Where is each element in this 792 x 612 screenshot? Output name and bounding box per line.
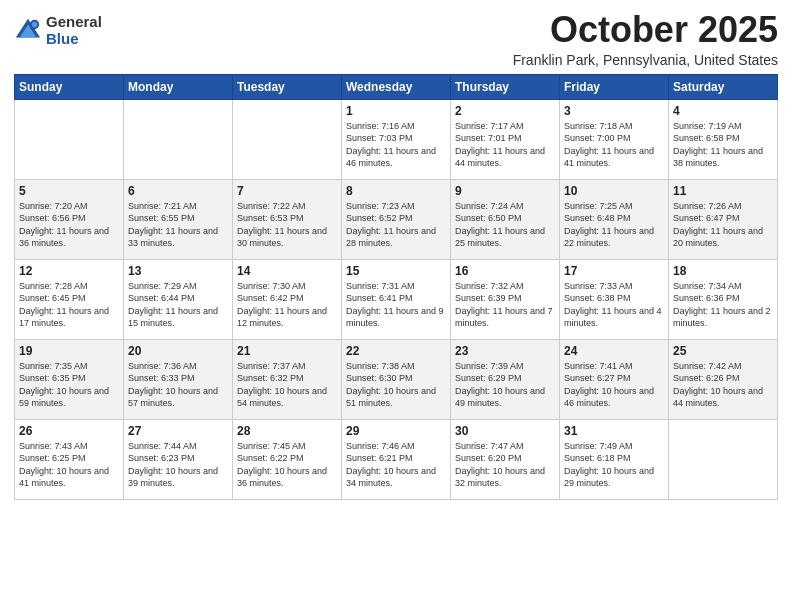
logo: General Blue [14,14,102,47]
cell-info: Sunrise: 7:47 AM Sunset: 6:20 PM Dayligh… [455,440,555,490]
day-number: 4 [673,104,773,118]
day-number: 31 [564,424,664,438]
cell-info: Sunrise: 7:36 AM Sunset: 6:33 PM Dayligh… [128,360,228,410]
day-number: 21 [237,344,337,358]
day-number: 1 [346,104,446,118]
day-number: 13 [128,264,228,278]
calendar-cell: 3Sunrise: 7:18 AM Sunset: 7:00 PM Daylig… [560,99,669,179]
cell-info: Sunrise: 7:19 AM Sunset: 6:58 PM Dayligh… [673,120,773,170]
day-number: 2 [455,104,555,118]
day-number: 20 [128,344,228,358]
cell-info: Sunrise: 7:46 AM Sunset: 6:21 PM Dayligh… [346,440,446,490]
logo-text: General Blue [46,14,102,47]
calendar-cell [233,99,342,179]
logo-icon [14,17,42,45]
day-number: 24 [564,344,664,358]
cell-info: Sunrise: 7:32 AM Sunset: 6:39 PM Dayligh… [455,280,555,330]
col-monday: Monday [124,74,233,99]
day-number: 11 [673,184,773,198]
cell-info: Sunrise: 7:20 AM Sunset: 6:56 PM Dayligh… [19,200,119,250]
day-number: 26 [19,424,119,438]
month-title: October 2025 [513,10,778,50]
calendar-cell: 29Sunrise: 7:46 AM Sunset: 6:21 PM Dayli… [342,419,451,499]
logo-general-text: General [46,14,102,31]
cell-info: Sunrise: 7:37 AM Sunset: 6:32 PM Dayligh… [237,360,337,410]
cell-info: Sunrise: 7:29 AM Sunset: 6:44 PM Dayligh… [128,280,228,330]
cell-info: Sunrise: 7:21 AM Sunset: 6:55 PM Dayligh… [128,200,228,250]
calendar-cell: 8Sunrise: 7:23 AM Sunset: 6:52 PM Daylig… [342,179,451,259]
day-number: 23 [455,344,555,358]
cell-info: Sunrise: 7:42 AM Sunset: 6:26 PM Dayligh… [673,360,773,410]
calendar-cell [124,99,233,179]
calendar-cell: 19Sunrise: 7:35 AM Sunset: 6:35 PM Dayli… [15,339,124,419]
cell-info: Sunrise: 7:31 AM Sunset: 6:41 PM Dayligh… [346,280,446,330]
calendar-cell: 23Sunrise: 7:39 AM Sunset: 6:29 PM Dayli… [451,339,560,419]
calendar-cell: 17Sunrise: 7:33 AM Sunset: 6:38 PM Dayli… [560,259,669,339]
calendar-cell: 25Sunrise: 7:42 AM Sunset: 6:26 PM Dayli… [669,339,778,419]
header-row: Sunday Monday Tuesday Wednesday Thursday… [15,74,778,99]
calendar-cell: 30Sunrise: 7:47 AM Sunset: 6:20 PM Dayli… [451,419,560,499]
day-number: 10 [564,184,664,198]
cell-info: Sunrise: 7:30 AM Sunset: 6:42 PM Dayligh… [237,280,337,330]
week-row-4: 19Sunrise: 7:35 AM Sunset: 6:35 PM Dayli… [15,339,778,419]
cell-info: Sunrise: 7:33 AM Sunset: 6:38 PM Dayligh… [564,280,664,330]
week-row-1: 1Sunrise: 7:16 AM Sunset: 7:03 PM Daylig… [15,99,778,179]
col-wednesday: Wednesday [342,74,451,99]
cell-info: Sunrise: 7:49 AM Sunset: 6:18 PM Dayligh… [564,440,664,490]
calendar-cell: 14Sunrise: 7:30 AM Sunset: 6:42 PM Dayli… [233,259,342,339]
calendar-cell: 5Sunrise: 7:20 AM Sunset: 6:56 PM Daylig… [15,179,124,259]
calendar-cell: 10Sunrise: 7:25 AM Sunset: 6:48 PM Dayli… [560,179,669,259]
cell-info: Sunrise: 7:35 AM Sunset: 6:35 PM Dayligh… [19,360,119,410]
calendar-cell: 1Sunrise: 7:16 AM Sunset: 7:03 PM Daylig… [342,99,451,179]
header: General Blue October 2025 Franklin Park,… [14,10,778,68]
calendar-cell: 20Sunrise: 7:36 AM Sunset: 6:33 PM Dayli… [124,339,233,419]
day-number: 6 [128,184,228,198]
cell-info: Sunrise: 7:34 AM Sunset: 6:36 PM Dayligh… [673,280,773,330]
calendar-cell: 16Sunrise: 7:32 AM Sunset: 6:39 PM Dayli… [451,259,560,339]
cell-info: Sunrise: 7:45 AM Sunset: 6:22 PM Dayligh… [237,440,337,490]
calendar-cell [15,99,124,179]
col-saturday: Saturday [669,74,778,99]
title-block: October 2025 Franklin Park, Pennsylvania… [513,10,778,68]
week-row-2: 5Sunrise: 7:20 AM Sunset: 6:56 PM Daylig… [15,179,778,259]
col-thursday: Thursday [451,74,560,99]
col-friday: Friday [560,74,669,99]
calendar-cell: 6Sunrise: 7:21 AM Sunset: 6:55 PM Daylig… [124,179,233,259]
cell-info: Sunrise: 7:41 AM Sunset: 6:27 PM Dayligh… [564,360,664,410]
calendar-cell: 26Sunrise: 7:43 AM Sunset: 6:25 PM Dayli… [15,419,124,499]
cell-info: Sunrise: 7:24 AM Sunset: 6:50 PM Dayligh… [455,200,555,250]
cell-info: Sunrise: 7:26 AM Sunset: 6:47 PM Dayligh… [673,200,773,250]
svg-point-3 [32,21,38,27]
day-number: 27 [128,424,228,438]
day-number: 15 [346,264,446,278]
week-row-5: 26Sunrise: 7:43 AM Sunset: 6:25 PM Dayli… [15,419,778,499]
calendar-cell: 28Sunrise: 7:45 AM Sunset: 6:22 PM Dayli… [233,419,342,499]
cell-info: Sunrise: 7:39 AM Sunset: 6:29 PM Dayligh… [455,360,555,410]
calendar-cell: 9Sunrise: 7:24 AM Sunset: 6:50 PM Daylig… [451,179,560,259]
day-number: 22 [346,344,446,358]
cell-info: Sunrise: 7:22 AM Sunset: 6:53 PM Dayligh… [237,200,337,250]
calendar-body: 1Sunrise: 7:16 AM Sunset: 7:03 PM Daylig… [15,99,778,499]
day-number: 18 [673,264,773,278]
page-container: General Blue October 2025 Franklin Park,… [0,0,792,514]
calendar-header: Sunday Monday Tuesday Wednesday Thursday… [15,74,778,99]
location-subtitle: Franklin Park, Pennsylvania, United Stat… [513,52,778,68]
calendar-cell: 27Sunrise: 7:44 AM Sunset: 6:23 PM Dayli… [124,419,233,499]
col-tuesday: Tuesday [233,74,342,99]
day-number: 3 [564,104,664,118]
day-number: 17 [564,264,664,278]
cell-info: Sunrise: 7:18 AM Sunset: 7:00 PM Dayligh… [564,120,664,170]
cell-info: Sunrise: 7:23 AM Sunset: 6:52 PM Dayligh… [346,200,446,250]
day-number: 19 [19,344,119,358]
calendar-cell: 31Sunrise: 7:49 AM Sunset: 6:18 PM Dayli… [560,419,669,499]
col-sunday: Sunday [15,74,124,99]
day-number: 5 [19,184,119,198]
cell-info: Sunrise: 7:43 AM Sunset: 6:25 PM Dayligh… [19,440,119,490]
cell-info: Sunrise: 7:38 AM Sunset: 6:30 PM Dayligh… [346,360,446,410]
calendar-table: Sunday Monday Tuesday Wednesday Thursday… [14,74,778,500]
calendar-cell: 12Sunrise: 7:28 AM Sunset: 6:45 PM Dayli… [15,259,124,339]
calendar-cell: 22Sunrise: 7:38 AM Sunset: 6:30 PM Dayli… [342,339,451,419]
calendar-cell: 18Sunrise: 7:34 AM Sunset: 6:36 PM Dayli… [669,259,778,339]
day-number: 25 [673,344,773,358]
calendar-cell: 15Sunrise: 7:31 AM Sunset: 6:41 PM Dayli… [342,259,451,339]
